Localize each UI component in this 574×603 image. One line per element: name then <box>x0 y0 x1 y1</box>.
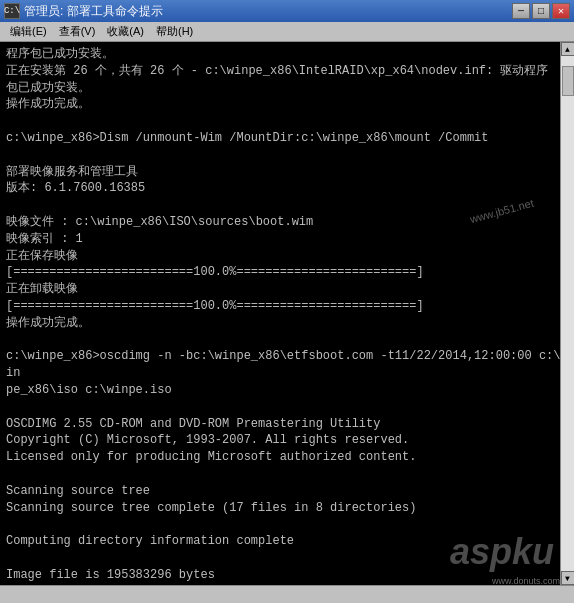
titlebar: C:\ 管理员: 部署工具命令提示 ─ □ ✕ <box>0 0 574 22</box>
scroll-up-button[interactable]: ▲ <box>561 42 575 56</box>
scroll-thumb[interactable] <box>562 66 574 96</box>
terminal-wrapper: 程序包已成功安装。 正在安装第 26 个，共有 26 个 - c:\winpe_… <box>0 42 574 585</box>
window-body: 编辑(E) 查看(V) 收藏(A) 帮助(H) 程序包已成功安装。 正在安装第 … <box>0 22 574 603</box>
window-icon: C:\ <box>4 3 20 19</box>
menubar: 编辑(E) 查看(V) 收藏(A) 帮助(H) <box>0 22 574 42</box>
menu-edit[interactable]: 编辑(E) <box>4 23 53 40</box>
window-title: 管理员: 部署工具命令提示 <box>24 3 512 20</box>
menu-favorites[interactable]: 收藏(A) <box>101 23 150 40</box>
scroll-down-button[interactable]: ▼ <box>561 571 575 585</box>
window-controls: ─ □ ✕ <box>512 3 570 19</box>
terminal-container[interactable]: 程序包已成功安装。 正在安装第 26 个，共有 26 个 - c:\winpe_… <box>0 42 574 585</box>
close-button[interactable]: ✕ <box>552 3 570 19</box>
scroll-track[interactable] <box>561 56 574 571</box>
window: C:\ 管理员: 部署工具命令提示 ─ □ ✕ 编辑(E) 查看(V) 收藏(A… <box>0 0 574 603</box>
scrollbar[interactable]: ▲ ▼ <box>560 42 574 585</box>
minimize-button[interactable]: ─ <box>512 3 530 19</box>
menu-help[interactable]: 帮助(H) <box>150 23 199 40</box>
menu-view[interactable]: 查看(V) <box>53 23 102 40</box>
statusbar <box>0 585 574 603</box>
maximize-button[interactable]: □ <box>532 3 550 19</box>
terminal-output: 程序包已成功安装。 正在安装第 26 个，共有 26 个 - c:\winpe_… <box>0 42 574 585</box>
